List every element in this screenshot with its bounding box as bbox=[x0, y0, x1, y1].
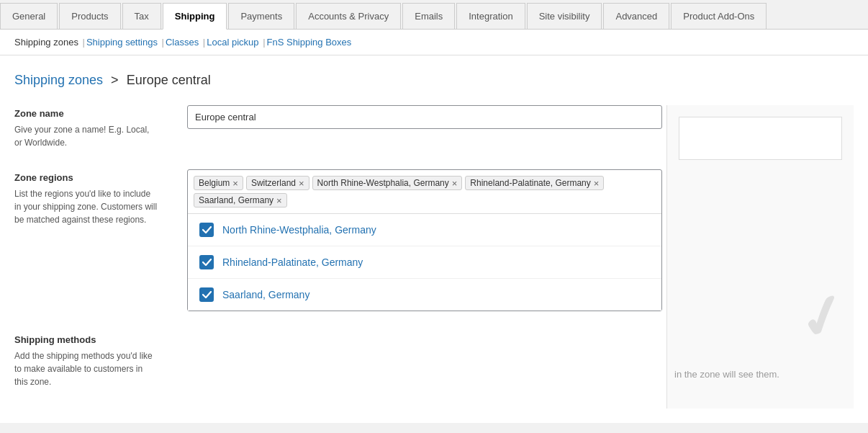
tab-emails[interactable]: Emails bbox=[402, 3, 455, 29]
zone-name-label-col: Zone name Give your zone a name! E.g. Lo… bbox=[14, 105, 187, 149]
zone-name-heading: Zone name bbox=[14, 108, 187, 119]
region-tag: Rhineland-Palatinate, Germany× bbox=[465, 176, 604, 190]
region-tag-label: Saarland, Germany bbox=[199, 195, 273, 205]
region-tag: Belgium× bbox=[194, 176, 243, 190]
dropdown-region-label: Saarland, Germany bbox=[222, 289, 309, 300]
subnav-item-fns-shipping-boxes[interactable]: FnS Shipping Boxes bbox=[267, 37, 352, 48]
subnav-sep-3: | bbox=[203, 37, 205, 48]
region-tag-label: North Rhine-Westphalia, Germany bbox=[317, 178, 449, 188]
tab-product-addons[interactable]: Product Add-Ons bbox=[671, 3, 767, 29]
content-wrapper: Zone name Give your zone a name! E.g. Lo… bbox=[14, 105, 854, 409]
left-content: Zone name Give your zone a name! E.g. Lo… bbox=[14, 105, 666, 409]
shipping-methods-label-col: Shipping methods Add the shipping method… bbox=[14, 331, 187, 388]
region-tag: North Rhine-Westphalia, Germany× bbox=[312, 176, 463, 190]
region-tag: Saarland, Germany× bbox=[194, 193, 287, 207]
shipping-methods-row: Shipping methods Add the shipping method… bbox=[14, 331, 666, 388]
zone-name-input-col bbox=[187, 105, 666, 129]
zone-name-input[interactable] bbox=[187, 105, 662, 129]
regions-container[interactable]: Belgium×Switzerland×North Rhine-Westphal… bbox=[187, 169, 662, 311]
dropdown-region-item[interactable]: Rhineland-Palatinate, Germany bbox=[188, 246, 661, 279]
right-ghost-panel: in the zone will see them. ✓ bbox=[666, 105, 854, 409]
tab-products[interactable]: Products bbox=[59, 3, 120, 29]
dropdown-region-label: Rhineland-Palatinate, Germany bbox=[222, 256, 363, 268]
ghost-text: in the zone will see them. bbox=[674, 369, 846, 380]
main-content: Shipping zones > Europe central Zone nam… bbox=[0, 55, 868, 423]
ghost-watermark: ✓ bbox=[790, 279, 854, 356]
breadcrumb: Shipping zones > Europe central bbox=[14, 73, 854, 88]
shipping-methods-description: Add the shipping methods you'd like to m… bbox=[14, 349, 187, 388]
subnav: Shipping zones |Shipping settings |Class… bbox=[0, 30, 868, 55]
regions-dropdown: North Rhine-Westphalia, Germany Rhinelan… bbox=[188, 213, 661, 311]
zone-regions-description: List the regions you'd like to include i… bbox=[14, 187, 187, 226]
subnav-item-shipping-settings[interactable]: Shipping settings bbox=[86, 37, 158, 48]
dropdown-region-label: North Rhine-Westphalia, Germany bbox=[222, 224, 376, 236]
breadcrumb-link[interactable]: Shipping zones bbox=[14, 73, 103, 87]
shipping-methods-heading: Shipping methods bbox=[14, 334, 187, 345]
region-checkbox[interactable] bbox=[199, 287, 214, 302]
tab-general[interactable]: General bbox=[0, 3, 58, 29]
region-tag-label: Belgium bbox=[199, 178, 230, 188]
region-tag-remove[interactable]: × bbox=[299, 179, 304, 188]
subnav-item-shipping-zones[interactable]: Shipping zones bbox=[14, 37, 78, 48]
zone-regions-input-col: Belgium×Switzerland×North Rhine-Westphal… bbox=[187, 169, 666, 311]
dropdown-region-item[interactable]: Saarland, Germany bbox=[188, 279, 661, 311]
tab-advanced[interactable]: Advanced bbox=[603, 3, 669, 29]
subnav-item-local-pickup[interactable]: Local pickup bbox=[207, 37, 258, 48]
ghost-box bbox=[679, 117, 842, 160]
zone-regions-heading: Zone regions bbox=[14, 172, 187, 183]
breadcrumb-separator: > bbox=[111, 73, 119, 87]
tab-shipping[interactable]: Shipping bbox=[163, 3, 227, 30]
region-checkbox[interactable] bbox=[199, 223, 214, 237]
tab-accounts-privacy[interactable]: Accounts & Privacy bbox=[296, 3, 401, 29]
tab-tax[interactable]: Tax bbox=[122, 3, 161, 29]
tab-payments[interactable]: Payments bbox=[228, 3, 294, 29]
tabs-bar: GeneralProductsTaxShippingPaymentsAccoun… bbox=[0, 0, 868, 30]
region-tag: Switzerland× bbox=[246, 176, 309, 190]
zone-name-row: Zone name Give your zone a name! E.g. Lo… bbox=[14, 105, 666, 149]
zone-regions-row: Zone regions List the regions you'd like… bbox=[14, 169, 666, 311]
region-tag-label: Rhineland-Palatinate, Germany bbox=[470, 178, 590, 188]
subnav-sep-4: | bbox=[263, 37, 265, 48]
region-tag-label: Switzerland bbox=[251, 178, 296, 188]
region-checkbox[interactable] bbox=[199, 255, 214, 269]
subnav-sep-2: | bbox=[162, 37, 164, 48]
tab-site-visibility[interactable]: Site visibility bbox=[527, 3, 602, 29]
region-tag-remove[interactable]: × bbox=[276, 196, 282, 205]
region-tag-remove[interactable]: × bbox=[452, 179, 458, 188]
dropdown-region-item[interactable]: North Rhine-Westphalia, Germany bbox=[188, 214, 661, 246]
region-tag-remove[interactable]: × bbox=[594, 179, 600, 188]
zone-regions-label-col: Zone regions List the regions you'd like… bbox=[14, 169, 187, 226]
region-tag-remove[interactable]: × bbox=[232, 179, 238, 188]
zone-name-description: Give your zone a name! E.g. Local, or Wo… bbox=[14, 123, 187, 149]
regions-tags: Belgium×Switzerland×North Rhine-Westphal… bbox=[188, 170, 661, 213]
tab-integration[interactable]: Integration bbox=[456, 3, 525, 29]
subnav-sep-1: | bbox=[83, 37, 85, 48]
subnav-item-classes[interactable]: Classes bbox=[166, 37, 199, 48]
breadcrumb-current: Europe central bbox=[127, 73, 211, 87]
